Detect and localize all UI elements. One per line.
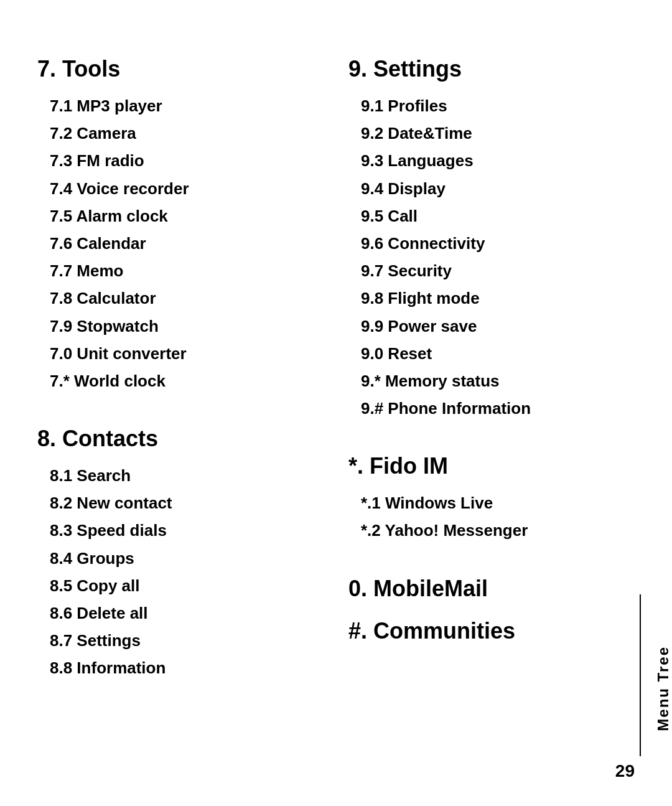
list-item: 7.4 Voice recorder (50, 175, 324, 202)
page-number: 29 (615, 761, 635, 781)
list-item: 8.3 Speed dials (50, 517, 324, 544)
list-item: 8.1 Search (50, 462, 324, 489)
list-item: 8.2 New contact (50, 489, 324, 517)
tools-header: 7. Tools (37, 56, 324, 82)
tools-list: 7.1 MP3 player 7.2 Camera 7.3 FM radio 7… (37, 92, 324, 395)
list-item: 9.7 Security (361, 257, 635, 284)
list-item: 7.* World clock (50, 367, 324, 395)
list-item: 7.7 Memo (50, 257, 324, 284)
list-item: 7.6 Calendar (50, 230, 324, 257)
list-item: 7.5 Alarm clock (50, 202, 324, 230)
list-item: 9.0 Reset (361, 340, 635, 367)
list-item: 9.5 Call (361, 202, 635, 230)
fido-im-list: *.1 Windows Live *.2 Yahoo! Messenger (348, 489, 635, 544)
mobilemail-header: 0. MobileMail (348, 576, 635, 602)
left-column: 7. Tools 7.1 MP3 player 7.2 Camera 7.3 F… (37, 50, 324, 707)
list-item: 8.6 Delete all (50, 599, 324, 627)
list-item: 9.2 Date&Time (361, 119, 635, 147)
list-item: 7.2 Camera (50, 119, 324, 147)
contacts-header: 8. Contacts (37, 426, 324, 452)
list-item: 7.0 Unit converter (50, 340, 324, 367)
contacts-list: 8.1 Search 8.2 New contact 8.3 Speed dia… (37, 462, 324, 682)
settings-header: 9. Settings (348, 56, 635, 82)
list-item: 8.8 Information (50, 654, 324, 682)
settings-list: 9.1 Profiles 9.2 Date&Time 9.3 Languages… (348, 92, 635, 422)
list-item: 7.3 FM radio (50, 147, 324, 174)
list-item: *.1 Windows Live (361, 489, 635, 517)
list-item: *.2 Yahoo! Messenger (361, 517, 635, 544)
list-item: 8.7 Settings (50, 627, 324, 654)
right-column: 9. Settings 9.1 Profiles 9.2 Date&Time 9… (348, 50, 635, 707)
list-item: 8.4 Groups (50, 545, 324, 572)
fido-im-header: *. Fido IM (348, 453, 635, 479)
list-item: 9.* Memory status (361, 367, 635, 395)
list-item: 9.1 Profiles (361, 92, 635, 119)
list-item: 9.9 Power save (361, 312, 635, 340)
list-item: 9.3 Languages (361, 147, 635, 174)
list-item: 9.6 Connectivity (361, 230, 635, 257)
list-item: 9.8 Flight mode (361, 284, 635, 312)
list-item: 9.4 Display (361, 175, 635, 202)
communities-header: #. Communities (348, 618, 635, 644)
list-item: 7.9 Stopwatch (50, 312, 324, 340)
sidebar-label: Menu Tree (655, 646, 672, 731)
list-item: 9.# Phone Information (361, 395, 635, 422)
list-item: 8.5 Copy all (50, 572, 324, 599)
list-item: 7.8 Calculator (50, 284, 324, 312)
list-item: 7.1 MP3 player (50, 92, 324, 119)
sidebar-border (640, 594, 641, 756)
